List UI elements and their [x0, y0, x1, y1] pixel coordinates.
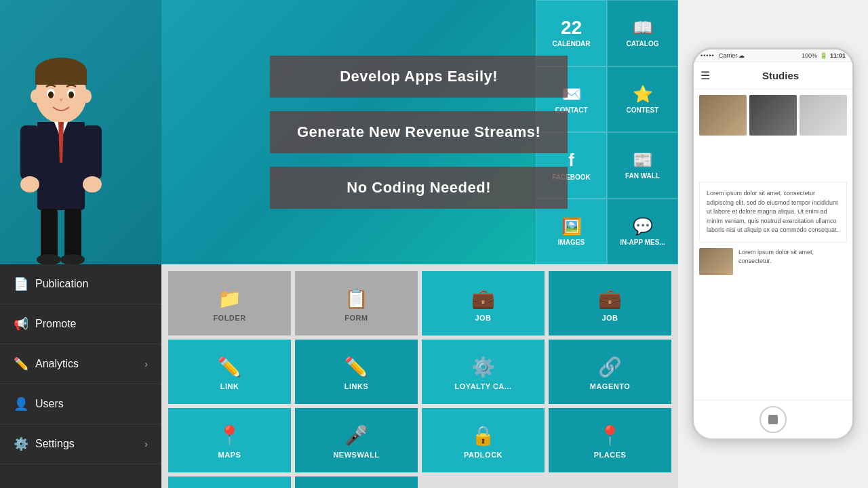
- in-app-icon: 💬: [633, 217, 653, 236]
- document-icon: 📄: [14, 277, 28, 291]
- tile-link[interactable]: ✏️ LINK: [168, 340, 291, 404]
- hamburger-menu-icon[interactable]: ☰: [701, 69, 710, 82]
- tile-form[interactable]: 📋 FORM: [295, 271, 418, 336]
- facebook-icon: f: [568, 150, 574, 171]
- wifi-icon: ☁: [738, 52, 745, 59]
- svg-rect-19: [41, 209, 58, 260]
- maps-label: MAPS: [218, 451, 241, 459]
- sidebar-item-settings[interactable]: ⚙️ Settings ›: [0, 424, 161, 464]
- phone-lorem-text: Lorem ipsum dolor sit amet, consectetur …: [699, 182, 847, 243]
- phone-image-gallery: [699, 95, 847, 136]
- signal-dots: •••••: [701, 52, 715, 59]
- form-label: FORM: [344, 314, 368, 322]
- tile-in-app-mes[interactable]: 💬 IN-APP MES...: [607, 199, 678, 265]
- sidebar-item-users[interactable]: 👤 Users: [0, 384, 161, 424]
- tile-fan-wall[interactable]: 📰 FAN WALL: [607, 132, 678, 199]
- magento-icon: 🔗: [598, 356, 622, 378]
- phone-bottom-bar: [694, 400, 852, 439]
- tile-newswall[interactable]: 🎤 NEWSWALL: [295, 408, 418, 472]
- svg-point-7: [68, 92, 74, 98]
- images-icon: 🖼️: [561, 217, 582, 236]
- job1-icon: 💼: [471, 287, 495, 310]
- in-app-label: IN-APP MES...: [620, 239, 665, 246]
- catalog-label: CATALOG: [627, 40, 659, 47]
- article-thumbnail: [699, 248, 733, 275]
- svg-rect-20: [64, 209, 81, 260]
- character-illustration: [7, 14, 115, 264]
- phone-mockup: ••••• Carrier ☁ 100% 🔋 11:01 ☰ Studies L…: [692, 47, 854, 441]
- phone-body: Lorem ipsum dolor sit amet, consectetur …: [694, 89, 852, 400]
- phone-spacer: [699, 141, 847, 182]
- tile-places[interactable]: 📍 PLACES: [549, 408, 671, 472]
- article-text: Lorem ipsum dolor sit amet, consectetur.: [738, 248, 847, 266]
- sidebar: 📄 Publication 📢 Promote ✏️ Analytics › 👤…: [0, 0, 161, 488]
- calendar-label: CALENDAR: [552, 40, 590, 47]
- tile-privacy[interactable]: 📋 PRIVACY PO...: [295, 476, 418, 488]
- sidebar-label-settings: Settings: [35, 438, 75, 450]
- tile-job2[interactable]: 💼 JOB: [549, 271, 671, 336]
- tile-contest[interactable]: ⭐ CONTEST: [607, 66, 678, 133]
- phone-header: ☰ Studies: [694, 62, 852, 89]
- job1-label: JOB: [475, 314, 491, 322]
- phone-panel: ••••• Carrier ☁ 100% 🔋 11:01 ☰ Studies L…: [678, 0, 868, 488]
- maps-icon: 📍: [218, 424, 241, 447]
- tile-prestashop[interactable]: 🔗 PRESTASHOP: [168, 476, 291, 488]
- contest-label: CONTEST: [627, 106, 659, 114]
- magento-label: MAGENTO: [590, 382, 631, 390]
- svg-point-6: [48, 92, 54, 98]
- tile-loyalty[interactable]: ⚙️ LOYALTY CA...: [422, 340, 545, 404]
- banner-btn-3: No Coding Needed!: [270, 167, 568, 209]
- folder1-icon: 📁: [218, 287, 241, 310]
- banner-btn-2: Generate New Revenue Streams!: [270, 111, 568, 153]
- sidebar-navigation: 📄 Publication 📢 Promote ✏️ Analytics › 👤…: [0, 264, 161, 488]
- sidebar-item-publication[interactable]: 📄 Publication: [0, 264, 161, 304]
- job2-label: JOB: [601, 314, 618, 322]
- images-label: IMAGES: [558, 239, 585, 246]
- svg-rect-15: [20, 125, 39, 180]
- padlock-icon: 🔒: [471, 424, 495, 447]
- battery-icon: 🔋: [820, 52, 827, 59]
- home-button[interactable]: [760, 406, 787, 433]
- svg-point-8: [31, 89, 40, 103]
- battery-area: 100% 🔋 11:01: [802, 52, 846, 59]
- sidebar-item-promote[interactable]: 📢 Promote: [0, 304, 161, 344]
- tile-padlock[interactable]: 🔒 PADLOCK: [422, 408, 545, 472]
- svg-rect-3: [35, 71, 87, 85]
- chevron-right-icon: ›: [144, 359, 148, 369]
- gallery-img-1: [699, 95, 747, 136]
- tile-maps[interactable]: 📍 MAPS: [168, 408, 291, 472]
- svg-point-18: [83, 176, 102, 192]
- fan-wall-label: FAN WALL: [625, 172, 660, 180]
- sidebar-label-promote: Promote: [35, 318, 76, 330]
- loyalty-icon: ⚙️: [471, 356, 495, 378]
- form-icon: 📋: [344, 287, 368, 310]
- places-icon: 📍: [598, 424, 622, 447]
- chevron-right-icon-settings: ›: [144, 439, 148, 449]
- sidebar-item-analytics[interactable]: ✏️ Analytics ›: [0, 344, 161, 384]
- signal-area: ••••• Carrier ☁: [701, 52, 745, 59]
- users-icon: 👤: [14, 396, 28, 411]
- banner-btn-1: Develop Apps Easily!: [270, 56, 568, 98]
- tile-links[interactable]: ✏️ LINKS: [295, 340, 418, 404]
- link-icon: ✏️: [218, 356, 241, 378]
- modules-area: 📁 FOLDER 📋 FORM 💼 JOB 💼 JOB ✏️ LINK ✏️: [161, 264, 678, 488]
- job2-icon: 💼: [598, 287, 622, 310]
- tile-folder1[interactable]: 📁 FOLDER: [168, 271, 291, 336]
- tile-catalog[interactable]: 📖 CATALOG: [607, 0, 678, 66]
- sidebar-label-publication: Publication: [35, 278, 88, 290]
- gallery-img-2: [749, 95, 797, 136]
- fan-wall-icon: 📰: [633, 150, 653, 169]
- sidebar-hero: [0, 0, 161, 264]
- sidebar-label-analytics: Analytics: [35, 358, 79, 370]
- battery-label: 100%: [802, 52, 817, 59]
- svg-point-17: [20, 176, 39, 192]
- tile-job1[interactable]: 💼 JOB: [422, 271, 545, 336]
- phone-screen-title: Studies: [715, 70, 846, 81]
- carrier-label: Carrier: [719, 52, 738, 59]
- tile-magento[interactable]: 🔗 MAGENTO: [549, 340, 671, 404]
- folder1-label: FOLDER: [213, 314, 245, 322]
- phone-status-bar: ••••• Carrier ☁ 100% 🔋 11:01: [694, 49, 852, 62]
- places-label: PLACES: [594, 451, 627, 459]
- links-label: LINKS: [344, 382, 369, 390]
- analytics-icon: ✏️: [14, 357, 28, 371]
